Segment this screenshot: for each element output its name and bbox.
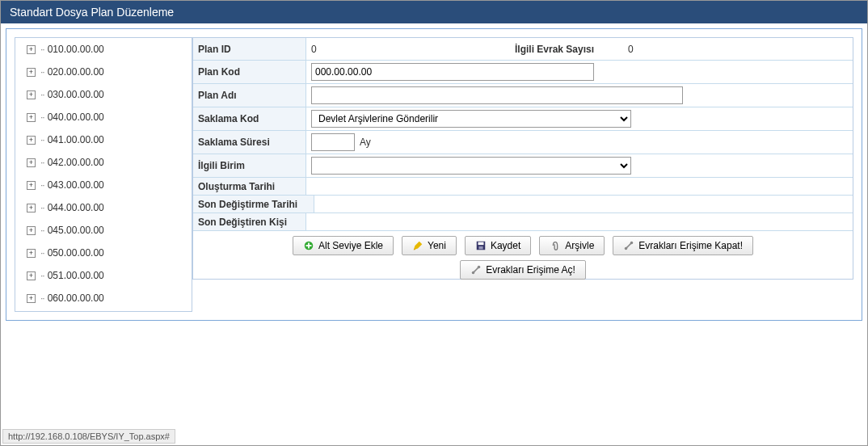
tree-item[interactable]: +··010.00.00.00	[15, 38, 192, 61]
svg-point-6	[625, 247, 628, 250]
expand-icon[interactable]: +	[27, 271, 36, 280]
btn-alt-seviye-ekle[interactable]: Alt Seviye Ekle	[293, 236, 394, 255]
tree-item[interactable]: +··050.00.00.00	[15, 242, 192, 264]
row-plan-kod: Plan Kod	[193, 61, 853, 84]
select-ilgili-birim[interactable]	[311, 157, 631, 175]
window-title: Standart Dosya Plan Düzenleme	[10, 6, 174, 19]
tree-item[interactable]: +··043.00.00.00	[15, 174, 192, 196]
tree-connector-icon: ··	[40, 112, 44, 123]
tree-item-label: 041.00.00.00	[48, 134, 104, 145]
label-olusturma: Oluşturma Tarihi	[193, 178, 306, 195]
input-plan-adi[interactable]	[311, 86, 683, 104]
tree-item[interactable]: +··045.00.00.00	[15, 219, 192, 242]
btn-alt-seviye-label: Alt Seviye Ekle	[318, 240, 383, 251]
status-bar: http://192.168.0.108/EBYS/IY_Top.aspx#	[2, 429, 175, 444]
content-area: +··010.00.00.00+··020.00.00.00+··030.00.…	[6, 28, 862, 321]
btn-erisime-kapat[interactable]: Evrakları Erişime Kapat!	[613, 236, 753, 255]
label-ilgili-birim: İlgili Birim	[193, 154, 306, 177]
expand-icon[interactable]: +	[27, 113, 36, 122]
tree-item-label: 010.00.00.00	[48, 44, 104, 55]
tree-panel[interactable]: +··010.00.00.00+··020.00.00.00+··030.00.…	[15, 37, 192, 312]
pencil-icon	[412, 240, 423, 251]
label-plan-id: Plan ID	[193, 38, 306, 60]
unit-ay: Ay	[360, 137, 371, 148]
tree-connector-icon: ··	[40, 44, 44, 55]
row-son-degistirme: Son Değiştirme Tarihi	[193, 196, 853, 213]
tree-item-label: 060.00.00.00	[48, 292, 104, 304]
tree-item[interactable]: +··044.00.00.00	[15, 196, 192, 219]
value-son-degistirme	[314, 202, 853, 207]
value-plan-id: 0 İlgili Evrak Sayısı 0	[306, 41, 853, 57]
tree-item-label: 043.00.00.00	[48, 179, 104, 191]
expand-icon[interactable]: +	[27, 45, 36, 54]
tree-item-label: 044.00.00.00	[48, 202, 104, 213]
row-plan-id: Plan ID 0 İlgili Evrak Sayısı 0	[193, 38, 853, 61]
tree-item[interactable]: +··042.00.00.00	[15, 151, 192, 174]
tree-item-label: 030.00.00.00	[48, 89, 104, 100]
tree-item[interactable]: +··100.00.00.00	[15, 309, 192, 312]
tree-connector-icon: ··	[40, 134, 44, 145]
expand-icon[interactable]: +	[27, 226, 36, 235]
status-url: http://192.168.0.108/EBYS/IY_Top.aspx#	[8, 431, 170, 441]
expand-icon[interactable]: +	[27, 181, 36, 190]
svg-point-7	[630, 242, 634, 245]
label-son-degistirme: Son Değiştirme Tarihi	[193, 196, 314, 212]
value-olusturma	[306, 184, 853, 189]
btn-erisime-kapat-label: Evrakları Erişime Kapat!	[638, 240, 743, 251]
expand-icon[interactable]: +	[27, 249, 36, 258]
tree-connector-icon: ··	[40, 89, 44, 100]
btn-arsivle[interactable]: Arşivle	[539, 236, 605, 255]
tree-item-label: 020.00.00.00	[48, 66, 104, 78]
svg-rect-4	[478, 242, 483, 246]
form-panel: Plan ID 0 İlgili Evrak Sayısı 0 Plan Kod…	[192, 37, 853, 280]
value-son-degistiren	[306, 220, 853, 225]
expand-icon[interactable]: +	[27, 90, 36, 99]
svg-rect-2	[305, 245, 311, 246]
input-saklama-suresi[interactable]	[311, 133, 355, 151]
svg-point-9	[478, 266, 481, 269]
tree-item-label: 045.00.00.00	[48, 225, 104, 236]
expand-icon[interactable]: +	[27, 158, 36, 167]
expand-icon[interactable]: +	[27, 294, 36, 303]
app-window: Standart Dosya Plan Düzenleme +··010.00.…	[0, 0, 868, 446]
plus-icon	[303, 240, 314, 251]
svg-point-8	[472, 271, 475, 275]
tree-connector-icon: ··	[40, 225, 44, 236]
tree-item-label: 040.00.00.00	[48, 112, 104, 123]
svg-rect-5	[478, 246, 482, 250]
tree-item[interactable]: +··051.00.00.00	[15, 264, 192, 287]
label-ilgili-evrak: İlgili Evrak Sayısı	[510, 44, 623, 55]
tree-item[interactable]: +··060.00.00.00	[15, 287, 192, 309]
label-plan-kod: Plan Kod	[193, 61, 306, 83]
tree-item-label: 042.00.00.00	[48, 157, 104, 168]
row-olusturma: Oluşturma Tarihi	[193, 178, 853, 196]
expand-icon[interactable]: +	[27, 68, 36, 77]
tree-item[interactable]: +··040.00.00.00	[15, 106, 192, 128]
tree-connector-icon: ··	[40, 270, 44, 281]
tree-connector-icon: ··	[40, 179, 44, 191]
tree-item[interactable]: +··041.00.00.00	[15, 128, 192, 151]
tree-connector-icon: ··	[40, 157, 44, 168]
titlebar: Standart Dosya Plan Düzenleme	[1, 1, 867, 23]
tree-connector-icon: ··	[40, 247, 44, 259]
tree-item[interactable]: +··030.00.00.00	[15, 83, 192, 106]
select-saklama-kod[interactable]: Devlet Arşivlerine Gönderilir	[311, 110, 631, 128]
expand-icon[interactable]: +	[27, 204, 36, 212]
tree-connector-icon: ··	[40, 66, 44, 78]
row-saklama-kod: Saklama Kod Devlet Arşivlerine Gönderili…	[193, 107, 853, 131]
tree-connector-icon: ··	[40, 202, 44, 213]
expand-icon[interactable]: +	[27, 136, 36, 145]
btn-yeni[interactable]: Yeni	[402, 236, 457, 255]
button-row: Alt Seviye Ekle Yeni Kaydet	[193, 231, 853, 260]
tree-item[interactable]: +··020.00.00.00	[15, 61, 192, 83]
label-son-degistiren: Son Değiştiren Kişi	[193, 213, 306, 230]
label-saklama-suresi: Saklama Süresi	[193, 131, 306, 154]
ilgili-evrak-text: 0	[628, 44, 634, 55]
btn-erisime-ac[interactable]: Evrakları Erişime Aç!	[460, 260, 586, 280]
tools-icon	[623, 240, 634, 251]
btn-kaydet[interactable]: Kaydet	[465, 236, 531, 255]
tree-item-label: 050.00.00.00	[48, 247, 104, 259]
row-ilgili-birim: İlgili Birim	[193, 154, 853, 178]
input-plan-kod[interactable]	[311, 63, 594, 81]
btn-yeni-label: Yeni	[428, 240, 446, 251]
